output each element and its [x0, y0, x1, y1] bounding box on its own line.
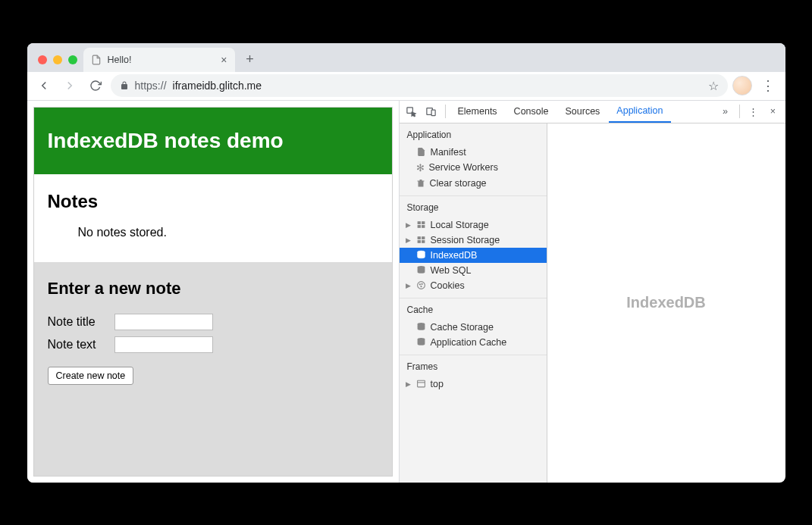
tab-application[interactable]: Application [609, 101, 670, 123]
devtools-tab-bar: Elements Console Sources Application » ⋮… [400, 101, 785, 123]
sidebar-item-label: Cookies [431, 280, 465, 291]
devtools-main-panel: IndexedDB [547, 123, 785, 483]
close-window-button[interactable] [38, 55, 47, 64]
form-heading: Enter a new note [48, 279, 378, 298]
sidebar-item-local-storage[interactable]: ▶ Local Storage [400, 217, 547, 233]
browser-toolbar: https://iframeidb.glitch.me ☆ ⋮ [27, 72, 785, 101]
svg-rect-4 [422, 221, 425, 224]
sidebar-item-label: Application Cache [431, 337, 507, 348]
section-frames-title: Frames [400, 361, 547, 377]
device-toolbar-button[interactable] [422, 102, 440, 120]
tab-title: Hello! [108, 55, 215, 65]
section-cache-title: Cache [400, 305, 547, 320]
url-scheme: https:// [135, 80, 167, 92]
page-viewport: IndexedDB notes demo Notes No notes stor… [27, 101, 399, 483]
expand-icon: ▶ [406, 282, 412, 289]
main-panel-label: IndexedDB [626, 294, 705, 311]
sidebar-item-web-sql[interactable]: Web SQL [400, 263, 547, 278]
window-controls [35, 55, 83, 72]
section-storage-title: Storage [400, 202, 547, 217]
sidebar-item-indexeddb[interactable]: IndexedDB [400, 248, 547, 263]
sidebar-item-clear-storage[interactable]: Clear storage [400, 176, 547, 191]
sidebar-item-label: Manifest [431, 147, 466, 158]
browser-tab[interactable]: Hello! × [83, 48, 235, 72]
notes-section: Notes No notes stored. [34, 174, 392, 262]
reload-button[interactable] [85, 75, 106, 96]
section-application-title: Application [400, 130, 547, 145]
tab-strip: Hello! × + [27, 43, 785, 72]
browser-window: Hello! × + https://iframeidb.glitch.me ☆… [27, 43, 785, 483]
chrome-menu-button[interactable]: ⋮ [757, 77, 779, 94]
note-title-input[interactable] [114, 314, 213, 330]
sidebar-item-application-cache[interactable]: Application Cache [400, 335, 547, 350]
more-tabs-button[interactable]: » [716, 102, 735, 120]
sidebar-item-cookies[interactable]: ▶ Cookies [400, 278, 547, 293]
page-frame: IndexedDB notes demo Notes No notes stor… [33, 107, 393, 477]
sidebar-item-label: Web SQL [431, 265, 472, 276]
sidebar-item-cache-storage[interactable]: Cache Storage [400, 320, 547, 335]
sidebar-item-top-frame[interactable]: ▶ top [400, 377, 547, 392]
expand-icon: ▶ [406, 380, 412, 388]
svg-point-13 [417, 282, 425, 289]
devtools-body: Application Manifest ✻ Service Workers C… [400, 123, 785, 483]
note-title-label: Note title [48, 315, 108, 329]
sidebar-item-label: Session Storage [431, 235, 500, 245]
svg-point-14 [419, 284, 420, 285]
profile-avatar[interactable] [732, 76, 752, 95]
devtools-panel: Elements Console Sources Application » ⋮… [399, 101, 785, 483]
separator [739, 105, 740, 118]
gear-icon: ✻ [416, 162, 425, 173]
devtools-menu-button[interactable]: ⋮ [745, 102, 763, 120]
expand-icon: ▶ [406, 236, 412, 244]
svg-rect-3 [417, 221, 420, 224]
page-title: IndexedDB notes demo [34, 108, 392, 174]
new-note-form: Enter a new note Note title Note text Cr… [34, 262, 392, 476]
sidebar-item-label: Service Workers [429, 162, 498, 173]
svg-rect-7 [417, 236, 420, 239]
svg-rect-9 [417, 240, 420, 243]
svg-point-15 [422, 283, 422, 284]
inspect-element-button[interactable] [403, 102, 421, 120]
content-area: IndexedDB notes demo Notes No notes stor… [27, 101, 785, 483]
sidebar-item-service-workers[interactable]: ✻ Service Workers [400, 160, 547, 176]
sidebar-item-session-storage[interactable]: ▶ Session Storage [400, 233, 547, 248]
note-text-input[interactable] [114, 336, 213, 353]
lock-icon [120, 81, 129, 90]
create-note-button[interactable]: Create new note [48, 367, 134, 385]
svg-rect-8 [422, 236, 425, 239]
svg-rect-6 [422, 225, 425, 228]
url-host: iframeidb.glitch.me [173, 80, 262, 92]
sidebar-item-label: Clear storage [430, 178, 487, 189]
bookmark-button[interactable]: ☆ [708, 79, 719, 93]
close-tab-button[interactable]: × [221, 54, 227, 66]
svg-rect-10 [422, 240, 425, 243]
application-sidebar: Application Manifest ✻ Service Workers C… [400, 123, 547, 483]
empty-notes-message: No notes stored. [78, 226, 378, 239]
separator [445, 105, 446, 118]
svg-rect-5 [417, 225, 420, 228]
page-icon [91, 55, 102, 65]
expand-icon: ▶ [406, 221, 412, 229]
address-bar[interactable]: https://iframeidb.glitch.me ☆ [111, 74, 728, 97]
minimize-window-button[interactable] [53, 55, 62, 64]
svg-rect-2 [431, 110, 435, 116]
tab-sources[interactable]: Sources [557, 101, 607, 123]
sidebar-item-label: Local Storage [431, 220, 489, 230]
svg-point-16 [420, 286, 421, 287]
close-devtools-button[interactable]: × [764, 102, 782, 120]
svg-rect-19 [417, 380, 425, 387]
notes-heading: Notes [48, 191, 378, 212]
sidebar-item-manifest[interactable]: Manifest [400, 145, 547, 160]
forward-button[interactable] [59, 75, 80, 96]
tab-console[interactable]: Console [506, 101, 556, 123]
note-text-label: Note text [48, 338, 108, 352]
sidebar-item-label: Cache Storage [431, 322, 494, 333]
sidebar-item-label: top [431, 379, 444, 389]
new-tab-button[interactable]: + [240, 49, 261, 70]
maximize-window-button[interactable] [68, 55, 77, 64]
back-button[interactable] [33, 75, 55, 96]
tab-elements[interactable]: Elements [450, 101, 505, 123]
sidebar-item-label: IndexedDB [431, 250, 478, 261]
